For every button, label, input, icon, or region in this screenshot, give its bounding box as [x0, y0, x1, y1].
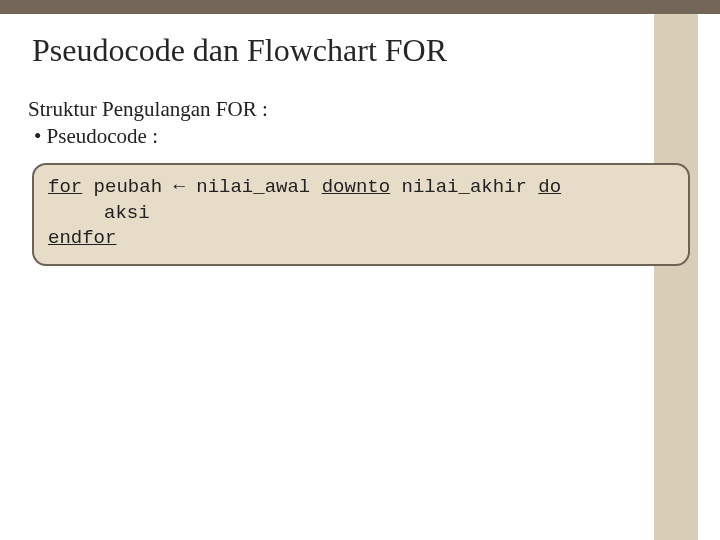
top-bar [0, 0, 720, 14]
slide-content: Pseudocode dan Flowchart FOR Struktur Pe… [0, 0, 720, 266]
section-subtitle: Struktur Pengulangan FOR : [28, 97, 692, 122]
slide-title: Pseudocode dan Flowchart FOR [32, 32, 692, 69]
code-var: peubah [82, 176, 173, 198]
kw-downto: downto [322, 176, 390, 198]
bullet-pseudocode: • Pseudocode : [34, 124, 692, 149]
code-line-2: aksi [104, 201, 674, 227]
code-nilai-awal: nilai_awal [185, 176, 322, 198]
kw-endfor: endfor [48, 227, 116, 249]
pseudocode-box: for peubah ← nilai_awal downto nilai_akh… [32, 163, 690, 266]
kw-do: do [538, 176, 561, 198]
code-nilai-akhir: nilai_akhir [390, 176, 538, 198]
arrow-icon: ← [173, 176, 184, 198]
code-line-1: for peubah ← nilai_awal downto nilai_akh… [48, 175, 674, 201]
code-line-3: endfor [48, 226, 674, 252]
kw-for: for [48, 176, 82, 198]
